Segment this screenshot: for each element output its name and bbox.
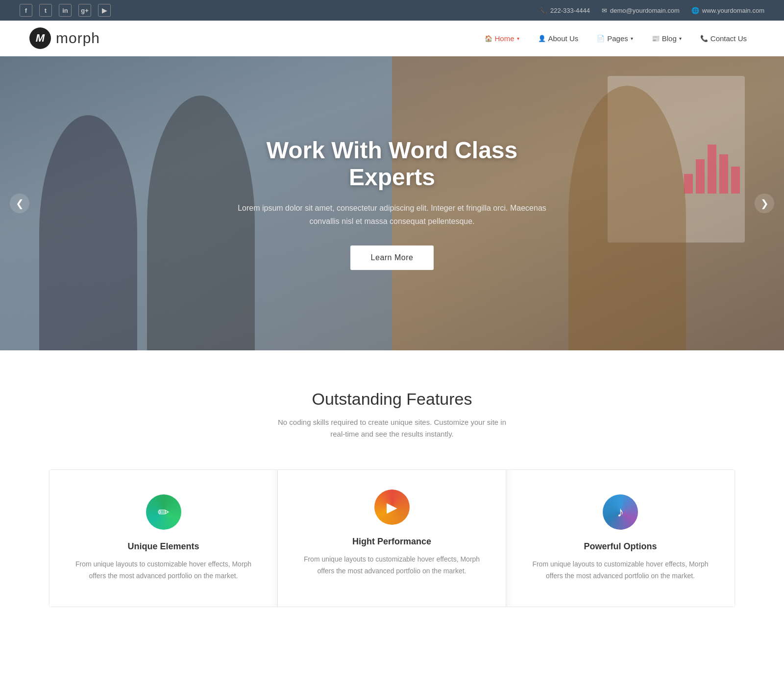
phone-icon: 📞: [539, 7, 547, 14]
twitter-icon[interactable]: t: [39, 4, 52, 17]
home-icon: 🏠: [485, 35, 492, 42]
facebook-icon[interactable]: f: [20, 4, 32, 17]
feature-options-desc: From unique layouts to customizable hove…: [526, 559, 715, 582]
feature-performance-desc: From unique layouts to customizable hove…: [297, 554, 486, 577]
hero-cta-button[interactable]: Learn More: [350, 245, 434, 270]
about-icon: 👤: [538, 35, 546, 42]
nav-home[interactable]: 🏠 Home ▾: [477, 30, 527, 47]
feature-unique-name: Unique Elements: [69, 541, 258, 552]
email-info: ✉ demo@yourdomain.com: [602, 7, 680, 14]
social-links[interactable]: f t in g+ ▶: [20, 4, 111, 17]
website-info: 🌐 www.yourdomain.com: [691, 7, 764, 14]
features-grid: ✏ Unique Elements From unique layouts to…: [49, 469, 735, 607]
hero-prev-button[interactable]: ❮: [10, 194, 29, 213]
blog-icon: 📰: [652, 35, 660, 42]
contact-icon: 📞: [700, 35, 708, 42]
feature-unique-desc: From unique layouts to customizable hove…: [69, 559, 258, 582]
googleplus-icon[interactable]: g+: [78, 4, 91, 17]
globe-icon: 🌐: [691, 7, 699, 14]
pages-icon: 📄: [597, 35, 605, 42]
phone-info: 📞 222-333-4444: [539, 7, 590, 14]
email-icon: ✉: [602, 7, 607, 14]
features-section: Outstanding Features No coding skills re…: [0, 350, 784, 637]
feature-card-performance: ▶ Hight Performance From unique layouts …: [278, 469, 506, 607]
chevron-down-icon-2: ▾: [631, 36, 633, 41]
hero-section: ❮ Work With Word Class Experts Lorem ips…: [0, 56, 784, 350]
feature-card-options: ♪ Powerful Options From unique layouts t…: [506, 470, 735, 607]
chevron-down-icon: ▾: [517, 36, 519, 41]
hero-description: Lorem ipsum dolor sit amet, consectetur …: [235, 201, 549, 228]
phone-number: 222-333-4444: [550, 7, 590, 14]
features-subtitle: No coding skills required to create uniq…: [270, 416, 514, 440]
feature-card-unique: ✏ Unique Elements From unique layouts to…: [49, 470, 278, 607]
options-icon: ♪: [603, 494, 638, 530]
chevron-down-icon-3: ▾: [679, 36, 682, 41]
header: M morph 🏠 Home ▾ 👤 About Us 📄 Pages ▾ 📰 …: [0, 21, 784, 56]
contact-info: 📞 222-333-4444 ✉ demo@yourdomain.com 🌐 w…: [539, 7, 764, 14]
logo-text: morph: [56, 30, 100, 47]
main-nav: 🏠 Home ▾ 👤 About Us 📄 Pages ▾ 📰 Blog ▾ 📞…: [477, 30, 755, 47]
hero-content: Work With Word Class Experts Lorem ipsum…: [220, 137, 564, 270]
top-bar: f t in g+ ▶ 📞 222-333-4444 ✉ demo@yourdo…: [0, 0, 784, 21]
feature-performance-name: Hight Performance: [297, 537, 486, 547]
performance-icon: ▶: [374, 490, 410, 525]
unique-elements-icon: ✏: [146, 494, 181, 530]
nav-contact[interactable]: 📞 Contact Us: [692, 30, 755, 47]
website-url: www.yourdomain.com: [702, 7, 764, 14]
hero-title: Work With Word Class Experts: [235, 137, 549, 191]
logo-icon: M: [29, 27, 51, 49]
email-address: demo@yourdomain.com: [610, 7, 680, 14]
youtube-icon[interactable]: ▶: [98, 4, 111, 17]
nav-blog[interactable]: 📰 Blog ▾: [644, 30, 689, 47]
nav-about[interactable]: 👤 About Us: [530, 30, 587, 47]
features-title: Outstanding Features: [49, 390, 735, 409]
linkedin-icon[interactable]: in: [59, 4, 72, 17]
hero-next-button[interactable]: ❯: [755, 194, 774, 213]
feature-options-name: Powerful Options: [526, 541, 715, 552]
logo[interactable]: M morph: [29, 27, 100, 49]
nav-pages[interactable]: 📄 Pages ▾: [589, 30, 641, 47]
